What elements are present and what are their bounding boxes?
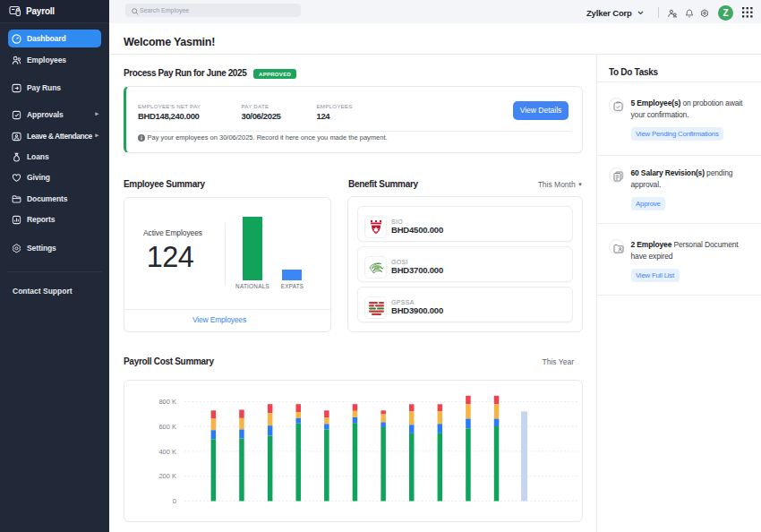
svg-text:600 K: 600 K [158,423,176,431]
svg-text:400 K: 400 K [158,448,176,456]
svg-text:200 K: 200 K [158,472,176,480]
svg-text:0: 0 [173,497,176,505]
svg-text:800 K: 800 K [158,398,176,406]
